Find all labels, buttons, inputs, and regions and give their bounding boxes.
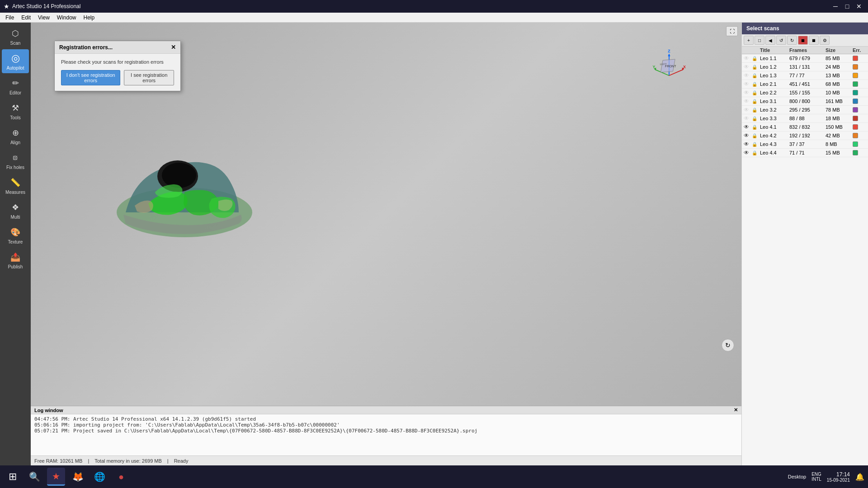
log-close-button[interactable]: ✕ [734, 407, 738, 413]
scan-row[interactable]: 👁 🔒 Leo 2.2 155 / 155 10 MB [742, 89, 868, 97]
autopilot-icon: ◎ [9, 52, 22, 65]
taskbar-edge[interactable]: 🌐 [90, 468, 108, 486]
taskbar-artec[interactable]: ★ [47, 468, 65, 486]
menu-file[interactable]: File [2, 14, 18, 22]
sidebar-item-texture[interactable]: 🎨 Texture [2, 223, 29, 247]
log-header: Log window ✕ [31, 406, 741, 414]
scan-row[interactable]: 👁 🔒 Leo 4.2 192 / 192 42 MB [742, 131, 868, 140]
scan-title: Leo 1.3 [760, 73, 789, 78]
scan-color-dot [853, 150, 858, 155]
scan-color-dot [853, 56, 858, 61]
menu-view[interactable]: View [34, 14, 53, 22]
close-button[interactable]: ✕ [854, 2, 864, 11]
rp-redo-button[interactable]: ↻ [787, 36, 797, 45]
scan-size: 24 MB [826, 64, 853, 70]
scan-title: Leo 4.3 [760, 141, 789, 147]
scan-eye-toggle[interactable]: 👁 [744, 98, 752, 104]
minimize-button[interactable]: ─ [830, 2, 841, 11]
scan-eye-toggle[interactable]: 👁 [744, 64, 752, 70]
scan-eye-toggle[interactable]: 👁 [744, 141, 752, 147]
scan-row[interactable]: 👁 🔒 Leo 3.2 295 / 295 78 MB [742, 106, 868, 114]
taskbar-search[interactable]: 🔍 [25, 468, 43, 486]
rp-settings-button[interactable]: ⚙ [820, 36, 830, 45]
scan-frames: 800 / 800 [789, 99, 826, 104]
scan-row[interactable]: 👁 🔒 Leo 1.3 77 / 77 13 MB [742, 71, 868, 80]
sidebar-item-tools[interactable]: ⚒ Tools [2, 99, 29, 123]
title-controls[interactable]: ─ □ ✕ [830, 2, 864, 11]
sidebar-item-multi[interactable]: ❖ Multi [2, 198, 29, 222]
svg-marker-6 [668, 53, 670, 56]
svg-text:X: X [683, 65, 686, 69]
sidebar-item-align[interactable]: ⊕ Align [2, 124, 29, 148]
scan-title: Leo 3.3 [760, 116, 789, 121]
scan-lock: 🔒 [752, 90, 760, 95]
btn-yes-errors[interactable]: I see registration errors [124, 70, 174, 85]
scan-eye-toggle[interactable]: 👁 [744, 55, 752, 61]
scan-row[interactable]: 👁 🔒 Leo 4.1 832 / 832 150 MB [742, 123, 868, 131]
restore-button[interactable]: □ [842, 2, 853, 11]
scan-eye-toggle[interactable]: 👁 [744, 124, 752, 130]
sidebar-item-autopilot[interactable]: ◎ Autopilot [2, 49, 29, 73]
start-button[interactable]: ⊞ [4, 468, 22, 486]
scan-title: Leo 3.2 [760, 107, 789, 113]
taskbar-extra[interactable]: ● [112, 468, 130, 486]
taskbar-firefox[interactable]: 🦊 [69, 468, 87, 486]
scan-size: 85 MB [826, 56, 853, 61]
right-panel-header: Select scans [742, 23, 868, 34]
rp-back-button[interactable]: ◀ [765, 36, 775, 45]
rp-undo-button[interactable]: ↺ [776, 36, 786, 45]
dialog-close-icon[interactable]: ✕ [171, 44, 176, 51]
sidebar-item-publish-label: Publish [8, 264, 23, 269]
scan-eye-toggle[interactable]: 👁 [744, 107, 752, 113]
fullscreen-button[interactable]: ⛶ [726, 26, 738, 36]
free-ram: Free RAM: 10261 MB [34, 458, 82, 464]
rp-add-button[interactable]: + [744, 36, 754, 45]
scan-row[interactable]: 👁 🔒 Leo 1.2 131 / 131 24 MB [742, 63, 868, 71]
scan-eye-toggle[interactable]: 👁 [744, 132, 752, 139]
status-bar: Free RAM: 10261 MB | Total memory in use… [31, 455, 741, 465]
scan-lock: 🔒 [752, 116, 760, 121]
taskbar-desktop[interactable]: Desktop [788, 474, 806, 479]
scan-row[interactable]: 👁 🔒 Leo 1.1 679 / 679 85 MB [742, 54, 868, 63]
sidebar-item-measures[interactable]: 📏 Measures [2, 174, 29, 197]
rp-select-button[interactable]: □ [755, 36, 764, 45]
scan-eye-toggle[interactable]: 👁 [744, 89, 752, 96]
sidebar-item-editor[interactable]: ✏ Editor [2, 74, 29, 98]
scan-lock: 🔒 [752, 108, 760, 113]
sidebar-item-editor-label: Editor [9, 90, 21, 95]
scan-row[interactable]: 👁 🔒 Leo 3.1 800 / 800 161 MB [742, 97, 868, 106]
col-eye [744, 47, 752, 53]
sidebar-item-publish[interactable]: 📤 Publish [2, 248, 29, 272]
menu-window[interactable]: Window [53, 14, 80, 22]
btn-no-errors[interactable]: I don't see registration errors [61, 70, 120, 85]
col-size: Size [826, 47, 853, 53]
orientation-cube[interactable]: Z Y X FRONT LEFT [651, 47, 687, 84]
rotate-button[interactable]: ↻ [722, 339, 734, 352]
rp-stop2-button[interactable]: ⏹ [809, 36, 819, 45]
svg-text:Y: Y [653, 65, 656, 69]
scan-lock: 🔒 [752, 125, 760, 130]
menu-edit[interactable]: Edit [18, 14, 34, 22]
left-sidebar: ⬡ Scan ◎ Autopilot ✏ Editor ⚒ Tools ⊕ Al… [0, 23, 31, 406]
scan-row[interactable]: 👁 🔒 Leo 3.3 88 / 88 18 MB [742, 114, 868, 123]
dialog-header: Registration errors... ✕ [55, 41, 180, 54]
sidebar-item-fix-holes[interactable]: ⦻ Fix holes [2, 149, 29, 173]
scan-row[interactable]: 👁 🔒 Leo 4.3 37 / 37 8 MB [742, 140, 868, 149]
app-icon: ★ [4, 3, 9, 10]
scan-row[interactable]: 👁 🔒 Leo 4.4 71 / 71 15 MB [742, 149, 868, 157]
menu-help[interactable]: Help [80, 14, 99, 22]
scan-title: Leo 4.4 [760, 150, 789, 155]
scan-eye-toggle[interactable]: 👁 [744, 115, 752, 122]
rp-stop-button[interactable]: ⏹ [798, 36, 808, 45]
taskbar-notification-button[interactable]: 🔔 [855, 473, 864, 481]
sidebar-item-scan[interactable]: ⬡ Scan [2, 24, 29, 48]
taskbar: ⊞ 🔍 ★ 🦊 🌐 ● Desktop ENG INTL 17:14 15-09… [0, 465, 868, 488]
viewport-controls: ⛶ [726, 26, 738, 36]
viewport[interactable]: Registration errors... ✕ Please check yo… [31, 23, 741, 406]
col-err: Err. [853, 47, 866, 53]
scan-eye-toggle[interactable]: 👁 [744, 81, 752, 87]
scan-eye-toggle[interactable]: 👁 [744, 72, 752, 79]
scan-row[interactable]: 👁 🔒 Leo 2.1 451 / 451 68 MB [742, 80, 868, 89]
scan-title: Leo 2.1 [760, 81, 789, 87]
scan-eye-toggle[interactable]: 👁 [744, 150, 752, 156]
